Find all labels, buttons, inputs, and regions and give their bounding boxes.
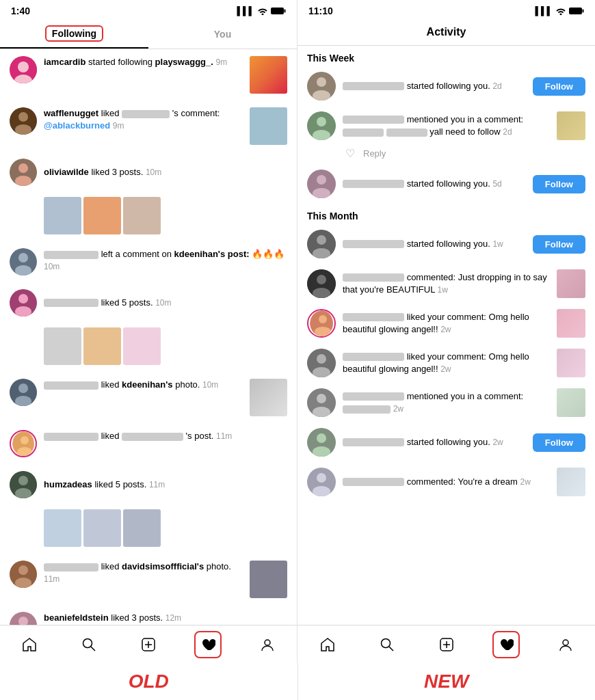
- svg-rect-1: [285, 10, 286, 13]
- svg-point-24: [18, 476, 28, 485]
- action-text: liked 5 posts.: [101, 297, 153, 308]
- avatar: [10, 379, 37, 406]
- svg-point-32: [83, 638, 92, 647]
- list-item: iamcardib started following playswaggg_.…: [0, 49, 297, 100]
- left-phone: 1:40 ▌▌▌ Following You: [0, 0, 298, 663]
- blurred-name: [343, 180, 404, 188]
- blurred-name: [343, 116, 404, 124]
- thumb-image: [123, 509, 161, 547]
- avatar: [307, 269, 336, 298]
- activity-nav-icon[interactable]: [492, 631, 520, 658]
- activity-text: commented: You're a dream 2w: [343, 476, 550, 488]
- right-status-time: 11:10: [308, 5, 333, 16]
- like-icon[interactable]: ♡: [345, 147, 355, 160]
- avatar: [307, 349, 336, 377]
- old-label: OLD: [0, 663, 298, 700]
- battery-icon: [569, 7, 584, 15]
- action-text: mentioned you in a comment:: [407, 114, 524, 124]
- blurred-name: [44, 251, 98, 259]
- labels-row: OLD NEW: [0, 663, 595, 700]
- profile-nav-icon[interactable]: [254, 631, 281, 658]
- target: kdeenihan's: [122, 379, 173, 390]
- right-bottom-nav: [298, 625, 595, 663]
- left-bottom-nav: [0, 625, 297, 663]
- timestamp: 12m: [166, 613, 181, 623]
- search-nav-icon[interactable]: [373, 631, 401, 658]
- activity-title: Activity: [427, 26, 466, 38]
- list-item: commented: You're a dream 2w: [298, 462, 595, 502]
- activity-text: mentioned you in a comment: 2w: [343, 390, 550, 415]
- svg-point-47: [317, 175, 326, 185]
- activity-nav-icon[interactable]: [194, 631, 222, 658]
- right-status-bar: 11:10 ▌▌▌: [298, 0, 595, 19]
- reply-button[interactable]: Reply: [363, 148, 386, 159]
- svg-point-65: [317, 433, 326, 443]
- svg-point-75: [563, 640, 568, 645]
- svg-point-41: [317, 77, 326, 87]
- right-phone: 11:10 ▌▌▌ Activity This Week: [298, 0, 595, 663]
- avatar: [10, 248, 37, 275]
- home-nav-icon[interactable]: [16, 631, 43, 658]
- follow-button[interactable]: Follow: [533, 235, 585, 254]
- add-nav-icon[interactable]: [135, 631, 162, 658]
- timestamp: 2w: [520, 477, 530, 487]
- timestamp: 2w: [440, 325, 451, 334]
- thumb-image: [123, 327, 161, 365]
- timestamp: 10m: [155, 298, 171, 308]
- list-item: mentioned you in a comment: 2w: [298, 383, 595, 422]
- thumb-image: [250, 379, 287, 416]
- mention: @ablackburned: [44, 120, 110, 131]
- thumb-image: [44, 197, 81, 234]
- svg-point-44: [317, 117, 326, 126]
- action-text: liked: [101, 108, 122, 118]
- avatar: [307, 388, 336, 417]
- follow-button[interactable]: Follow: [533, 175, 585, 193]
- section-this-week: This Week: [298, 46, 595, 66]
- timestamp: 2d: [492, 81, 501, 91]
- timestamp: 10m: [146, 167, 161, 177]
- feed-item-text: liked 5 posts. 10m: [44, 297, 287, 309]
- action-text: started following you.: [407, 239, 490, 249]
- svg-point-57: [315, 327, 331, 336]
- feed-item-text: iamcardib started following playswaggg_.…: [44, 56, 243, 68]
- add-nav-icon[interactable]: [433, 631, 460, 658]
- activity-text: liked your comment: Omg hello beautiful …: [343, 351, 550, 375]
- avatar: [307, 170, 336, 198]
- feed-item-text: oliviawilde liked 3 posts. 10m: [44, 166, 287, 178]
- search-nav-icon[interactable]: [75, 631, 103, 658]
- list-item: oliviawilde liked 3 posts. 10m: [0, 152, 297, 241]
- thumb-image: [557, 388, 585, 417]
- svg-point-70: [381, 638, 390, 647]
- profile-nav-icon[interactable]: [552, 631, 579, 658]
- home-nav-icon[interactable]: [314, 631, 341, 658]
- timestamp: 11m: [44, 574, 60, 584]
- tab-following[interactable]: Following: [0, 19, 148, 49]
- follow-button[interactable]: Follow: [533, 77, 585, 96]
- username: beaniefeldstein: [44, 612, 109, 623]
- list-item: started following you. 5d Follow: [298, 164, 595, 204]
- follow-button[interactable]: Follow: [533, 433, 585, 452]
- list-item: liked 5 posts. 10m: [0, 282, 297, 372]
- timestamp: 9m: [215, 57, 227, 67]
- right-status-icons: ▌▌▌: [535, 6, 584, 16]
- feed-item-text: liked 's post. 11m: [44, 430, 287, 442]
- list-item: humzadeas liked 5 posts. 11m: [0, 464, 297, 554]
- timestamp: 10m: [202, 380, 218, 390]
- wifi-icon: [555, 7, 566, 15]
- svg-point-68: [317, 473, 326, 483]
- avatar: [10, 56, 37, 83]
- svg-rect-38: [569, 8, 582, 14]
- timestamp: 11m: [216, 431, 232, 441]
- avatar: [307, 111, 336, 140]
- you-tab-label: You: [214, 29, 231, 40]
- svg-point-12: [18, 253, 28, 262]
- tab-you[interactable]: You: [148, 19, 297, 49]
- list-item: liked your comment: Omg hello beautiful …: [298, 343, 595, 383]
- list-item: beaniefeldstein liked 3 posts. 12m: [0, 605, 297, 625]
- following-tab-label: Following: [45, 25, 103, 42]
- activity-text: commented: Just dropping in to say that …: [343, 271, 550, 296]
- timestamp: 11m: [149, 480, 165, 489]
- blurred-name: [343, 82, 404, 90]
- action-text: commented: You're a dream: [407, 476, 518, 487]
- feed-item-images: [44, 197, 161, 234]
